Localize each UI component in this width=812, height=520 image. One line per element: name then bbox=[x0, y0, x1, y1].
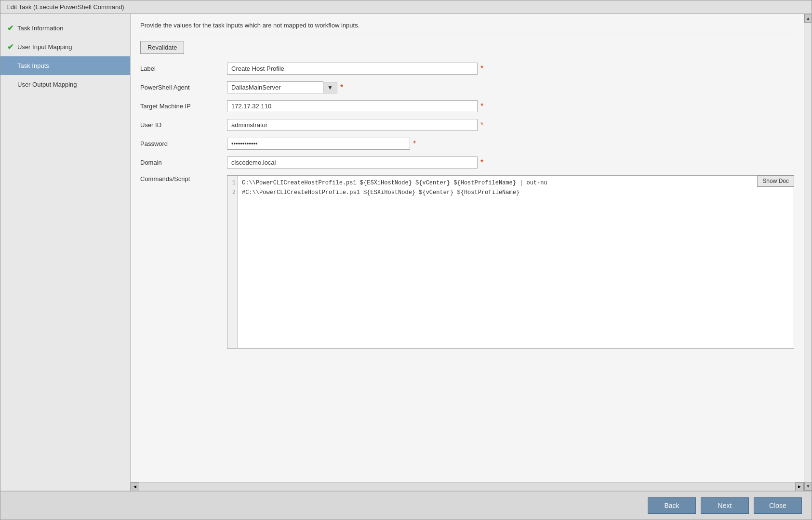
domain-required-star: * bbox=[480, 158, 483, 167]
password-input[interactable] bbox=[227, 138, 410, 150]
scroll-track-horizontal[interactable] bbox=[139, 482, 795, 491]
window-title: Edit Task (Execute PowerShell Command) bbox=[6, 3, 124, 11]
target-machine-ip-row: Target Machine IP * bbox=[140, 100, 794, 112]
label-row: Label * bbox=[140, 63, 794, 75]
sidebar-item-user-output-mapping[interactable]: ✔ User Output Mapping bbox=[0, 75, 130, 94]
check-icon-user-input: ✔ bbox=[7, 42, 13, 52]
script-code-wrapper: 12 C:\\PowerCLICreateHostProfile.ps1 ${E… bbox=[227, 175, 794, 349]
target-machine-ip-input[interactable] bbox=[227, 100, 478, 112]
sidebar-item-task-information[interactable]: ✔ Task Information bbox=[0, 19, 130, 38]
vertical-scrollbar: ▲ ▼ bbox=[804, 14, 812, 491]
sidebar: ✔ Task Information ✔ User Input Mapping … bbox=[0, 14, 131, 491]
main-content: Provide the values for the task inputs w… bbox=[131, 14, 804, 482]
description-text: Provide the values for the task inputs w… bbox=[140, 22, 794, 34]
powershell-agent-label: PowerShell Agent bbox=[140, 84, 227, 91]
title-bar: Edit Task (Execute PowerShell Command) bbox=[0, 0, 812, 14]
close-button[interactable]: Close bbox=[754, 497, 802, 514]
scroll-right-arrow[interactable]: ► bbox=[795, 482, 804, 491]
content-area: ✔ Task Information ✔ User Input Mapping … bbox=[0, 14, 812, 491]
scroll-left-arrow[interactable]: ◄ bbox=[131, 482, 139, 491]
sidebar-item-task-inputs[interactable]: ✔ Task Inputs bbox=[0, 56, 130, 75]
powershell-agent-dropdown-arrow[interactable]: ▼ bbox=[323, 82, 337, 93]
user-id-required-star: * bbox=[480, 121, 483, 130]
powershell-agent-select[interactable]: DallasMainServer bbox=[227, 81, 323, 93]
target-machine-ip-label: Target Machine IP bbox=[140, 103, 227, 110]
back-button[interactable]: Back bbox=[648, 497, 696, 514]
scroll-track-vertical[interactable] bbox=[804, 23, 812, 482]
label-required-star: * bbox=[480, 65, 483, 73]
revalidate-button[interactable]: Revalidate bbox=[140, 41, 184, 54]
target-ip-required-star: * bbox=[480, 102, 483, 111]
user-id-input[interactable] bbox=[227, 119, 478, 131]
password-row: Password * bbox=[140, 138, 794, 150]
horizontal-scrollbar: ◄ ► bbox=[131, 482, 804, 491]
sidebar-item-user-input-mapping[interactable]: ✔ User Input Mapping bbox=[0, 38, 130, 56]
script-code-content[interactable]: C:\\PowerCLICreateHostProfile.ps1 ${ESXi… bbox=[238, 175, 794, 349]
main-panel: Provide the values for the task inputs w… bbox=[131, 14, 804, 491]
domain-row: Domain * bbox=[140, 156, 794, 169]
sidebar-label-user-input-mapping: User Input Mapping bbox=[17, 43, 72, 51]
scroll-up-arrow[interactable]: ▲ bbox=[804, 14, 812, 23]
domain-label: Domain bbox=[140, 159, 227, 166]
scroll-down-arrow[interactable]: ▼ bbox=[804, 482, 812, 491]
script-area-container: 12 C:\\PowerCLICreateHostProfile.ps1 ${E… bbox=[227, 175, 794, 349]
password-label: Password bbox=[140, 140, 227, 147]
sidebar-label-task-inputs: Task Inputs bbox=[17, 62, 49, 69]
label-input[interactable] bbox=[227, 63, 478, 75]
sidebar-label-user-output-mapping: User Output Mapping bbox=[17, 81, 77, 88]
commands-script-row: Commands/Script 12 C:\\PowerCLICreateHos… bbox=[140, 175, 794, 349]
commands-script-label: Commands/Script bbox=[140, 175, 227, 182]
user-id-row: User ID * bbox=[140, 119, 794, 131]
user-id-label: User ID bbox=[140, 121, 227, 129]
footer: Back Next Close bbox=[0, 491, 812, 520]
sidebar-label-task-information: Task Information bbox=[17, 25, 63, 32]
powershell-agent-dropdown-wrapper: DallasMainServer ▼ bbox=[227, 81, 337, 93]
password-required-star: * bbox=[413, 140, 416, 148]
domain-input[interactable] bbox=[227, 156, 478, 169]
powershell-agent-row: PowerShell Agent DallasMainServer ▼ * bbox=[140, 81, 794, 93]
powershell-agent-required-star: * bbox=[340, 83, 343, 92]
next-button[interactable]: Next bbox=[701, 497, 749, 514]
show-doc-button[interactable]: Show Doc bbox=[757, 175, 794, 187]
main-window: Edit Task (Execute PowerShell Command) ✔… bbox=[0, 0, 812, 520]
line-numbers: 12 bbox=[227, 175, 238, 349]
check-icon-task-info: ✔ bbox=[7, 24, 13, 33]
label-field-label: Label bbox=[140, 65, 227, 72]
